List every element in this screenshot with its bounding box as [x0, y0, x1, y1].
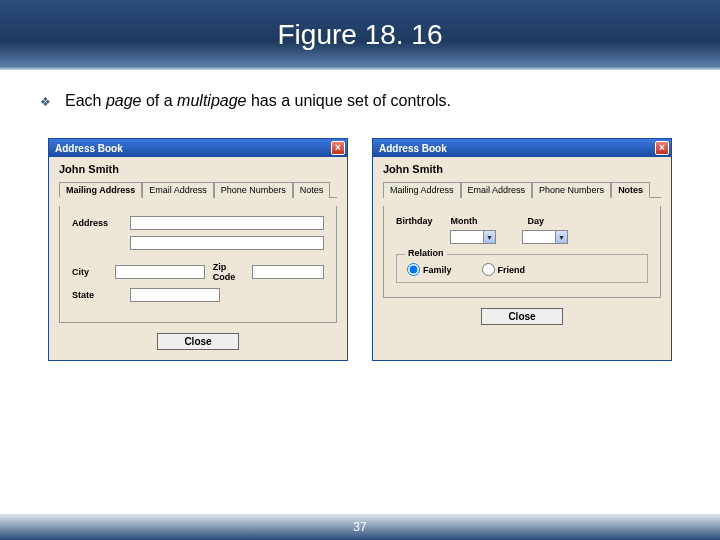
bullet-icon: ❖ — [40, 95, 51, 109]
combo-month[interactable]: ▼ — [450, 230, 496, 244]
close-icon[interactable]: × — [655, 141, 669, 155]
tab-phone[interactable]: Phone Numbers — [532, 182, 611, 198]
slide-title: Figure 18. 16 — [278, 19, 443, 51]
window-left: Address Book × John Smith Mailing Addres… — [48, 138, 348, 361]
tabpage-mailing: Address City Zip Code — [59, 206, 337, 323]
tabstrip: Mailing Address Email Address Phone Numb… — [59, 181, 337, 198]
label-month: Month — [451, 216, 478, 226]
page-number: 37 — [353, 520, 366, 534]
contact-name: John Smith — [383, 163, 661, 175]
window-inner: John Smith Mailing Address Email Address… — [49, 157, 347, 360]
slide-body: ❖ Each page of a multipage has a unique … — [0, 70, 720, 361]
chevron-down-icon: ▼ — [555, 231, 567, 243]
label-state: State — [72, 290, 122, 300]
tab-email[interactable]: Email Address — [461, 182, 533, 198]
tab-notes[interactable]: Notes — [293, 182, 331, 198]
text: of a — [142, 92, 178, 109]
bullet-text: Each page of a multipage has a unique se… — [65, 92, 451, 110]
label-birthday: Birthday — [396, 216, 433, 226]
text-italic: multipage — [177, 92, 246, 109]
titlebar-text: Address Book — [379, 143, 447, 154]
radio-family[interactable] — [407, 263, 420, 276]
label-day: Day — [528, 216, 545, 226]
text-italic: page — [106, 92, 142, 109]
chevron-down-icon: ▼ — [483, 231, 495, 243]
tab-notes[interactable]: Notes — [611, 182, 650, 198]
screenshots-row: Address Book × John Smith Mailing Addres… — [40, 138, 680, 361]
input-state[interactable] — [130, 288, 220, 302]
slide-footer: 37 — [0, 514, 720, 540]
titlebar: Address Book × — [373, 139, 671, 157]
titlebar-text: Address Book — [55, 143, 123, 154]
tab-email[interactable]: Email Address — [142, 182, 214, 198]
combo-day[interactable]: ▼ — [522, 230, 568, 244]
radio-friend[interactable] — [482, 263, 495, 276]
titlebar: Address Book × — [49, 139, 347, 157]
tab-mailing[interactable]: Mailing Address — [59, 182, 142, 198]
contact-name: John Smith — [59, 163, 337, 175]
close-icon[interactable]: × — [331, 141, 345, 155]
input-address-1[interactable] — [130, 216, 324, 230]
fieldset-relation: Relation Family Friend — [396, 254, 648, 283]
text: Each — [65, 92, 106, 109]
tabpage-notes: Birthday Month Day ▼ ▼ Relation Family F… — [383, 206, 661, 298]
window-right: Address Book × John Smith Mailing Addres… — [372, 138, 672, 361]
label-address: Address — [72, 218, 122, 228]
radio-friend-label[interactable]: Friend — [482, 263, 526, 276]
close-button[interactable]: Close — [157, 333, 238, 350]
label-zip: Zip Code — [213, 262, 244, 282]
bullet-line: ❖ Each page of a multipage has a unique … — [40, 92, 680, 110]
radio-family-label[interactable]: Family — [407, 263, 452, 276]
close-button[interactable]: Close — [481, 308, 562, 325]
text: has a unique set of controls. — [246, 92, 451, 109]
input-address-2[interactable] — [130, 236, 324, 250]
tab-mailing[interactable]: Mailing Address — [383, 182, 461, 198]
tab-phone[interactable]: Phone Numbers — [214, 182, 293, 198]
window-inner: John Smith Mailing Address Email Address… — [373, 157, 671, 335]
slide-header: Figure 18. 16 — [0, 0, 720, 70]
input-city[interactable] — [115, 265, 205, 279]
legend-relation: Relation — [405, 248, 447, 258]
label-city: City — [72, 267, 107, 277]
input-zip[interactable] — [252, 265, 324, 279]
tabstrip: Mailing Address Email Address Phone Numb… — [383, 181, 661, 198]
